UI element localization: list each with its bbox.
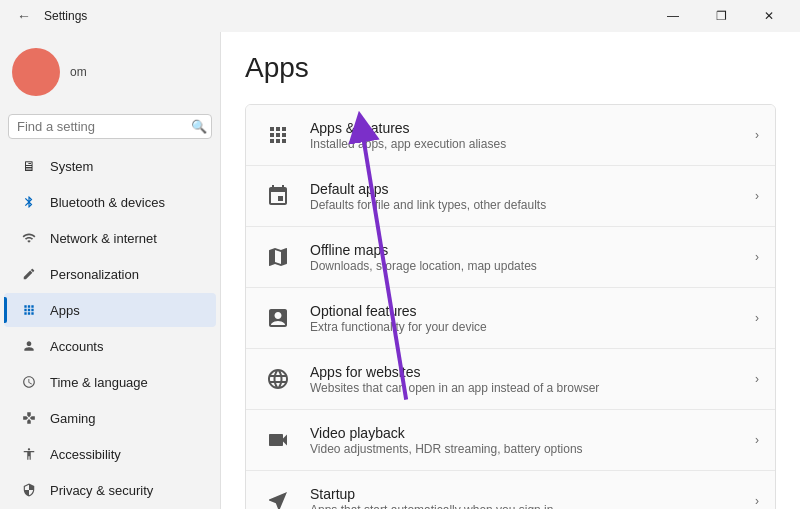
sidebar-item-personalization[interactable]: Personalization: [4, 257, 216, 291]
settings-item-title: Optional features: [310, 303, 739, 319]
optional-features-icon: [262, 302, 294, 334]
settings-item-text: Offline maps Downloads, storage location…: [310, 242, 739, 273]
apps-features-icon: [262, 119, 294, 151]
settings-item-startup[interactable]: Startup Apps that start automatically wh…: [246, 471, 775, 509]
sidebar-item-label: Bluetooth & devices: [50, 195, 165, 210]
sidebar-item-label: Privacy & security: [50, 483, 153, 498]
network-icon: [20, 229, 38, 247]
sidebar-item-time[interactable]: Time & language: [4, 365, 216, 399]
settings-item-desc: Installed apps, app execution aliases: [310, 137, 739, 151]
chevron-right-icon: ›: [755, 494, 759, 508]
title-bar-left: ← Settings: [12, 4, 87, 28]
title-bar-controls: — ❐ ✕: [650, 0, 792, 32]
settings-item-text: Startup Apps that start automatically wh…: [310, 486, 739, 510]
main-content: Apps Apps & features Installed apps, app…: [220, 32, 800, 509]
sidebar: om 🔍 🖥 System Bluetooth & devices: [0, 32, 220, 509]
settings-item-text: Apps & features Installed apps, app exec…: [310, 120, 739, 151]
gaming-icon: [20, 409, 38, 427]
sidebar-item-accessibility[interactable]: Accessibility: [4, 437, 216, 471]
startup-icon: [262, 485, 294, 509]
time-icon: [20, 373, 38, 391]
settings-item-apps-features[interactable]: Apps & features Installed apps, app exec…: [246, 105, 775, 166]
window-title: Settings: [44, 9, 87, 23]
video-playback-icon: [262, 424, 294, 456]
accessibility-icon: [20, 445, 38, 463]
sidebar-item-accounts[interactable]: Accounts: [4, 329, 216, 363]
settings-item-title: Offline maps: [310, 242, 739, 258]
settings-item-title: Default apps: [310, 181, 739, 197]
settings-item-title: Startup: [310, 486, 739, 502]
title-bar: ← Settings — ❐ ✕: [0, 0, 800, 32]
sidebar-item-apps[interactable]: Apps: [4, 293, 216, 327]
sidebar-item-label: System: [50, 159, 93, 174]
settings-item-title: Apps for websites: [310, 364, 739, 380]
settings-item-text: Apps for websites Websites that can open…: [310, 364, 739, 395]
settings-item-desc: Websites that can open in an app instead…: [310, 381, 739, 395]
back-button[interactable]: ←: [12, 4, 36, 28]
sidebar-item-label: Accessibility: [50, 447, 121, 462]
privacy-icon: [20, 481, 38, 499]
system-icon: 🖥: [20, 157, 38, 175]
sidebar-item-label: Personalization: [50, 267, 139, 282]
apps-websites-icon: [262, 363, 294, 395]
content-area: om 🔍 🖥 System Bluetooth & devices: [0, 32, 800, 509]
settings-item-title: Apps & features: [310, 120, 739, 136]
minimize-button[interactable]: —: [650, 0, 696, 32]
chevron-right-icon: ›: [755, 433, 759, 447]
sidebar-item-label: Network & internet: [50, 231, 157, 246]
apps-icon: [20, 301, 38, 319]
chevron-right-icon: ›: [755, 189, 759, 203]
bluetooth-icon: [20, 193, 38, 211]
settings-list: Apps & features Installed apps, app exec…: [245, 104, 776, 509]
settings-item-default-apps[interactable]: Default apps Defaults for file and link …: [246, 166, 775, 227]
settings-item-desc: Video adjustments, HDR streaming, batter…: [310, 442, 739, 456]
sidebar-item-system[interactable]: 🖥 System: [4, 149, 216, 183]
page-title: Apps: [245, 52, 776, 84]
sidebar-item-label: Gaming: [50, 411, 96, 426]
settings-item-optional-features[interactable]: Optional features Extra functionality fo…: [246, 288, 775, 349]
search-box[interactable]: 🔍: [8, 114, 212, 139]
default-apps-icon: [262, 180, 294, 212]
sidebar-item-network[interactable]: Network & internet: [4, 221, 216, 255]
settings-item-desc: Defaults for file and link types, other …: [310, 198, 739, 212]
sidebar-item-bluetooth[interactable]: Bluetooth & devices: [4, 185, 216, 219]
close-button[interactable]: ✕: [746, 0, 792, 32]
maximize-button[interactable]: ❐: [698, 0, 744, 32]
sidebar-item-label: Accounts: [50, 339, 103, 354]
settings-item-text: Default apps Defaults for file and link …: [310, 181, 739, 212]
sidebar-item-gaming[interactable]: Gaming: [4, 401, 216, 435]
accounts-icon: [20, 337, 38, 355]
chevron-right-icon: ›: [755, 250, 759, 264]
settings-item-apps-websites[interactable]: Apps for websites Websites that can open…: [246, 349, 775, 410]
window: ← Settings — ❐ ✕ om 🔍 🖥 System: [0, 0, 800, 509]
search-icon[interactable]: 🔍: [191, 119, 207, 134]
settings-item-text: Optional features Extra functionality fo…: [310, 303, 739, 334]
search-input[interactable]: [17, 119, 185, 134]
settings-item-desc: Downloads, storage location, map updates: [310, 259, 739, 273]
settings-item-offline-maps[interactable]: Offline maps Downloads, storage location…: [246, 227, 775, 288]
offline-maps-icon: [262, 241, 294, 273]
sidebar-item-label: Apps: [50, 303, 80, 318]
settings-item-video-playback[interactable]: Video playback Video adjustments, HDR st…: [246, 410, 775, 471]
chevron-right-icon: ›: [755, 372, 759, 386]
settings-item-text: Video playback Video adjustments, HDR st…: [310, 425, 739, 456]
settings-item-title: Video playback: [310, 425, 739, 441]
settings-item-desc: Apps that start automatically when you s…: [310, 503, 739, 510]
personalization-icon: [20, 265, 38, 283]
chevron-right-icon: ›: [755, 311, 759, 325]
user-avatar: [12, 48, 60, 96]
sidebar-item-privacy[interactable]: Privacy & security: [4, 473, 216, 507]
user-info: om: [70, 65, 87, 79]
settings-item-desc: Extra functionality for your device: [310, 320, 739, 334]
user-section: om: [0, 40, 220, 108]
chevron-right-icon: ›: [755, 128, 759, 142]
sidebar-item-label: Time & language: [50, 375, 148, 390]
